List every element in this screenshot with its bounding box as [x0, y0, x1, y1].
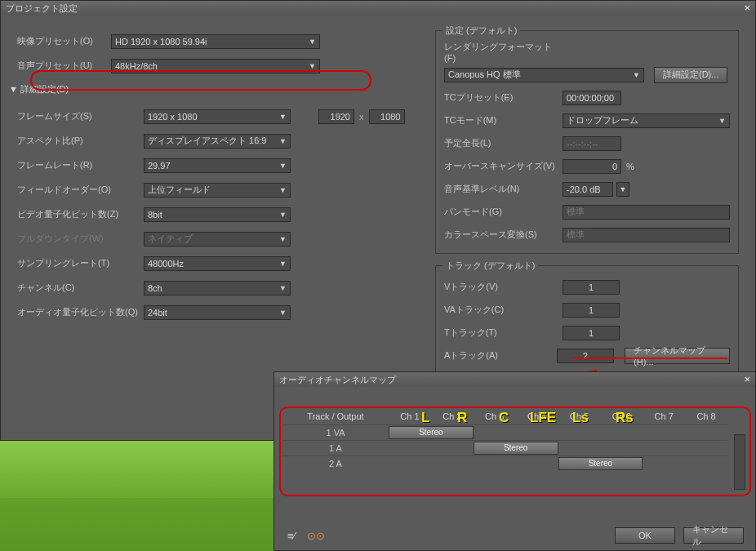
- chevron-down-icon: ▼: [309, 38, 316, 46]
- framerate-label: フレームレート(R): [17, 159, 144, 171]
- ann-L: L: [421, 410, 429, 426]
- ann-C: C: [499, 410, 509, 426]
- audioref-label: 音声基準レベル(N): [444, 183, 563, 195]
- ann-Ls: Ls: [572, 410, 589, 426]
- renderfmt-select[interactable]: Canopus HQ 標準▼: [444, 68, 644, 82]
- renderfmt-label: レンダリングフォーマット(F): [444, 41, 563, 63]
- audioref-caret[interactable]: ▼: [616, 182, 629, 197]
- renderfmt-detail-button[interactable]: 詳細設定(D)...: [654, 67, 727, 83]
- right-column: 設定 (デフォルト) レンダリングフォーマット(F) Canopus HQ 標準…: [435, 30, 739, 386]
- totallen-label: 予定全長(L): [444, 137, 563, 149]
- sub-titlebar[interactable]: オーディオチャンネルマップ ×: [274, 372, 755, 387]
- ann-Rs: Rs: [616, 410, 634, 426]
- ttrack-input[interactable]: [563, 326, 620, 340]
- ok-button[interactable]: OK: [615, 527, 675, 544]
- fieldorder-select[interactable]: 上位フィールド▼: [144, 183, 291, 198]
- audio-preset-select[interactable]: 48kHz/8ch▼: [111, 59, 320, 73]
- ttrack-label: Tトラック(T): [444, 327, 563, 339]
- vtrack-input[interactable]: [563, 280, 620, 295]
- pan-label: パンモード(G): [444, 206, 563, 218]
- audioref-value[interactable]: -20.0 dB: [563, 182, 613, 197]
- close-icon[interactable]: ×: [744, 373, 750, 385]
- framerate-select[interactable]: 29.97▼: [144, 158, 291, 173]
- cancel-button[interactable]: キャンセル: [683, 527, 744, 544]
- pulldown-label: プルダウンタイプ(W): [17, 233, 144, 245]
- audio-channel-map-window: オーディオチャンネルマップ × L R C LFE Ls Rs Track / …: [273, 371, 756, 551]
- frame-size-select[interactable]: 1920 x 1080▼: [144, 109, 291, 124]
- annotation-arrow: [572, 358, 727, 359]
- vatrack-input[interactable]: [563, 303, 620, 318]
- atrack-input[interactable]: [557, 349, 614, 363]
- settings-header: 設定 (デフォルト): [442, 24, 520, 37]
- video-preset-select[interactable]: HD 1920 x 1080 59.94i▼: [111, 34, 320, 49]
- ann-R: R: [457, 410, 467, 426]
- vquant-select[interactable]: 8bit▼: [144, 207, 291, 222]
- stereo-badge[interactable]: Stereo: [558, 457, 643, 470]
- tool-icon-1[interactable]: ≡⁄: [287, 530, 296, 542]
- samplerate-select[interactable]: 48000Hz▼: [144, 256, 291, 271]
- aquant-label: オーディオ量子化ビット数(Q): [17, 306, 144, 318]
- video-preset-label: 映像プリセット(O): [17, 35, 111, 47]
- channel-select[interactable]: 8ch▼: [144, 281, 291, 295]
- aquant-select[interactable]: 24bit▼: [144, 305, 291, 320]
- totallen-input[interactable]: [563, 136, 621, 151]
- stereo-badge[interactable]: Stereo: [389, 426, 474, 439]
- table-row: 1 VA Stereo: [282, 424, 727, 440]
- color-label: カラースペース変換(S): [444, 229, 563, 241]
- left-column: 映像プリセット(O) HD 1920 x 1080 59.94i▼ 音声プリセッ…: [17, 30, 412, 386]
- tracks-header: トラック (デフォルト): [442, 260, 538, 272]
- vquant-label: ビデオ量子化ビット数(Z): [17, 208, 144, 220]
- frame-height-input[interactable]: [369, 109, 405, 124]
- overscan-label: オーバースキャンサイズ(V): [444, 160, 563, 172]
- tcmode-label: TCモード(M): [444, 114, 563, 127]
- scrollbar[interactable]: [734, 434, 745, 490]
- frame-width-input[interactable]: [318, 109, 354, 124]
- frame-size-label: フレームサイズ(S): [17, 110, 144, 122]
- color-select: 標準: [563, 228, 730, 242]
- chevron-down-icon: ▼: [309, 62, 316, 70]
- vatrack-label: VAトラック(C): [444, 304, 563, 316]
- window-title: プロジェクト設定: [6, 3, 78, 13]
- overscan-input[interactable]: [563, 159, 621, 174]
- vtrack-label: Vトラック(V): [444, 281, 563, 293]
- pan-select: 標準: [563, 205, 730, 220]
- audio-preset-label: 音声プリセット(U): [17, 60, 111, 72]
- table-row: 2 A Stereo: [282, 455, 727, 471]
- channel-label: チャンネル(C): [17, 282, 144, 294]
- th-track: Track / Output: [282, 408, 389, 424]
- atrack-label: Aトラック(A): [444, 349, 557, 362]
- aspect-select[interactable]: ディスプレイアスペクト 16:9▼: [144, 134, 291, 149]
- detail-toggle[interactable]: ▼ 詳細設定(D): [9, 83, 412, 96]
- close-icon[interactable]: ×: [744, 2, 750, 14]
- settings-fieldset: 設定 (デフォルト) レンダリングフォーマット(F) Canopus HQ 標準…: [435, 30, 739, 254]
- titlebar[interactable]: プロジェクト設定 ×: [1, 1, 755, 16]
- dimension-x: x: [359, 112, 364, 122]
- sub-window-title: オーディオチャンネルマップ: [279, 375, 396, 384]
- stereo-badge[interactable]: Stereo: [474, 442, 558, 455]
- tcpreset-label: TCプリセット(E): [444, 91, 563, 104]
- tcpreset-input[interactable]: [563, 91, 621, 105]
- tcmode-select[interactable]: ドロップフレーム▼: [563, 113, 730, 128]
- fieldorder-label: フィールドオーダー(O): [17, 184, 144, 196]
- ann-LFE: LFE: [530, 410, 556, 426]
- table-row: 1 A Stereo: [282, 440, 727, 455]
- desktop-background: [0, 441, 273, 551]
- aspect-label: アスペクト比(P): [17, 135, 144, 147]
- pulldown-select: ネイティブ▼: [144, 232, 291, 247]
- samplerate-label: サンプリングレート(T): [17, 257, 144, 269]
- channelmap-button[interactable]: チャンネルマップ(H)...: [625, 348, 730, 364]
- tool-icon-2[interactable]: ⊙⊙: [307, 530, 325, 542]
